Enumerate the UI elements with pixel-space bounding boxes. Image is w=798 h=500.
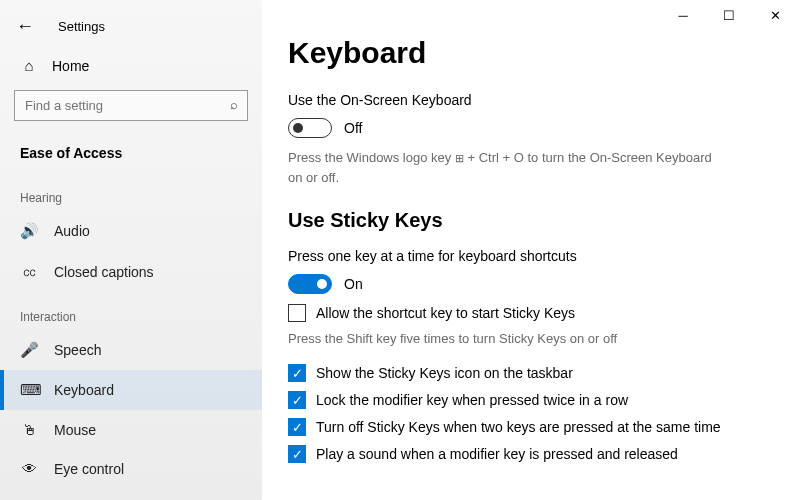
search-input[interactable] <box>14 90 248 121</box>
eye-icon: 👁 <box>20 460 38 477</box>
sticky-label: Press one key at a time for keyboard sho… <box>288 248 772 264</box>
nav-audio[interactable]: 🔊 Audio <box>0 211 262 251</box>
nav-eye-control[interactable]: 👁 Eye control <box>0 449 262 488</box>
speech-icon: 🎤 <box>20 341 38 359</box>
nav-mouse-label: Mouse <box>54 422 96 438</box>
group-hearing: Hearing <box>0 173 262 211</box>
maximize-button[interactable]: ☐ <box>706 0 752 30</box>
nav-home-label: Home <box>52 58 89 74</box>
nav-mouse[interactable]: 🖱 Mouse <box>0 410 262 449</box>
window-controls: ─ ☐ ✕ <box>660 0 798 30</box>
group-interaction: Interaction <box>0 292 262 330</box>
nav-speech-label: Speech <box>54 342 101 358</box>
keyboard-icon: ⌨ <box>20 381 38 399</box>
windows-logo-icon: ⊞ <box>455 152 464 164</box>
checkbox-sound-label: Play a sound when a modifier key is pres… <box>316 446 678 462</box>
checkbox-sound[interactable]: ✓ <box>288 445 306 463</box>
nav-home[interactable]: ⌂ Home <box>0 45 262 86</box>
audio-icon: 🔊 <box>20 222 38 240</box>
search-icon: ⌕ <box>230 97 238 112</box>
checkbox-taskbar-label: Show the Sticky Keys icon on the taskbar <box>316 365 573 381</box>
sticky-heading: Use Sticky Keys <box>288 209 772 232</box>
main-content: Keyboard Use the On-Screen Keyboard Off … <box>262 0 798 500</box>
nav-closed-captions[interactable]: ㏄ Closed captions <box>0 251 262 292</box>
page-title: Keyboard <box>288 36 772 70</box>
shortcut-hint: Press the Shift key five times to turn S… <box>288 331 772 346</box>
checkbox-turnoff[interactable]: ✓ <box>288 418 306 436</box>
sticky-toggle[interactable] <box>288 274 332 294</box>
sidebar: ← Settings ⌂ Home ⌕ Ease of Access Heari… <box>0 0 262 500</box>
nav-captions-label: Closed captions <box>54 264 154 280</box>
checkbox-shortcut[interactable] <box>288 304 306 322</box>
osk-toggle-state: Off <box>344 120 362 136</box>
nav-keyboard-label: Keyboard <box>54 382 114 398</box>
minimize-button[interactable]: ─ <box>660 0 706 30</box>
mouse-icon: 🖱 <box>20 421 38 438</box>
checkbox-lock-label: Lock the modifier key when pressed twice… <box>316 392 628 408</box>
close-button[interactable]: ✕ <box>752 0 798 30</box>
sticky-toggle-state: On <box>344 276 363 292</box>
back-button[interactable]: ← <box>16 16 34 37</box>
nav-eye-label: Eye control <box>54 461 124 477</box>
osk-hint: Press the Windows logo key ⊞ + Ctrl + O … <box>288 148 728 187</box>
nav-keyboard[interactable]: ⌨ Keyboard <box>0 370 262 410</box>
nav-audio-label: Audio <box>54 223 90 239</box>
checkbox-shortcut-label: Allow the shortcut key to start Sticky K… <box>316 305 575 321</box>
checkbox-taskbar[interactable]: ✓ <box>288 364 306 382</box>
category-label: Ease of Access <box>0 133 262 173</box>
osk-label: Use the On-Screen Keyboard <box>288 92 772 108</box>
app-title: Settings <box>58 19 105 34</box>
checkbox-lock[interactable]: ✓ <box>288 391 306 409</box>
osk-toggle[interactable] <box>288 118 332 138</box>
checkbox-turnoff-label: Turn off Sticky Keys when two keys are p… <box>316 419 721 435</box>
nav-speech[interactable]: 🎤 Speech <box>0 330 262 370</box>
home-icon: ⌂ <box>20 57 38 74</box>
captions-icon: ㏄ <box>20 262 38 281</box>
